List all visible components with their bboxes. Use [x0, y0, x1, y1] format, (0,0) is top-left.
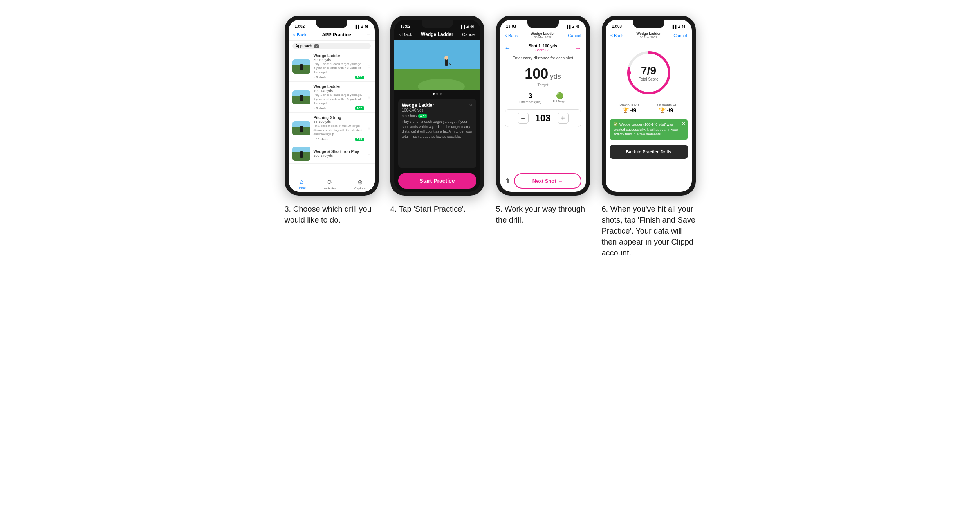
home-icon: ⌂: [300, 178, 303, 185]
nav-title-2: Wedge Ladder: [421, 32, 453, 37]
dot-1: [433, 93, 435, 95]
action-row-3: 🗑 Next Shot →: [500, 170, 586, 192]
nav-bar-3: < Back Wedge Ladder 06 Mar 2023 Cancel: [500, 30, 586, 41]
drill-item-1[interactable]: Wedge Ladder 50-100 yds Play 1 shot at e…: [289, 51, 375, 82]
star-icon-2[interactable]: ☆: [367, 95, 371, 99]
category-count-1: 7: [314, 44, 319, 48]
next-shot-button[interactable]: Next Shot →: [514, 173, 581, 189]
shots-1: ○ 9 shots: [314, 76, 327, 79]
time-4: 13:03: [612, 24, 622, 29]
star-icon-3[interactable]: ☆: [367, 126, 371, 130]
trash-button-3[interactable]: 🗑: [505, 178, 511, 185]
drill-name-1: Wedge Ladder: [314, 54, 364, 58]
target-yds-3: 100: [525, 66, 548, 82]
back-button-4[interactable]: < Back: [610, 33, 624, 38]
drill-info-1: Wedge Ladder 50-100 yds Play 1 shot at e…: [314, 54, 364, 79]
activities-icon: ⟳: [327, 178, 332, 186]
success-toast-4: ✅ 'Wedge Ladder (100-140 yds)' was creat…: [610, 119, 688, 140]
cancel-button-2[interactable]: Cancel: [462, 32, 475, 37]
svg-rect-3: [445, 59, 448, 66]
caption-2: 4. Tap 'Start Practice'.: [390, 203, 466, 214]
phone-screen-2: 13:02 ▐▐ ⊿ 46 < Back Wedge Ladder Cancel: [394, 20, 480, 192]
hit-target-icon: 🟢: [553, 92, 567, 99]
image-dots-2: [394, 90, 480, 97]
drill-desc-1: Play 1 shot at each target yardage. If y…: [314, 62, 364, 74]
bottom-nav-activities[interactable]: ⟳ Activities: [324, 178, 336, 190]
drill-detail-card-2: Wedge Ladder 100-140 yds ☆ ○ 9 shots APP…: [398, 99, 476, 168]
score-circle: 7/9 Total Score: [625, 49, 672, 96]
status-icons-3: ▐▐ ⊿ 46: [566, 25, 580, 29]
score-circle-container: 7/9 Total Score: [606, 41, 692, 100]
cancel-button-4[interactable]: Cancel: [673, 33, 687, 38]
bottom-nav-home[interactable]: ⌂ Home: [298, 178, 306, 190]
cancel-button-3[interactable]: Cancel: [568, 33, 581, 38]
nav-bar-4: < Back Wedge Ladder 06 Mar 2023 Cancel: [606, 30, 692, 41]
shot-label-3: Shot 1, 100 yds: [529, 44, 557, 48]
target-display-3: 100 yds Target: [500, 62, 586, 89]
app-badge-3: APP: [355, 138, 364, 141]
drill-detail-range-2: 100-140 yds: [402, 108, 434, 112]
golf-course-svg: [394, 40, 480, 90]
drill-meta-3: ○ 10 shots APP: [314, 138, 364, 141]
pb-value-lastmonth: 🏆 -/9: [655, 107, 678, 113]
score-main-4: 7/9: [639, 65, 658, 77]
drill-name-2: Wedge Ladder: [314, 85, 364, 89]
golf-figure-2: [300, 95, 303, 101]
drill-thumb-1: [292, 59, 310, 74]
drill-range-1: 50-100 yds: [314, 58, 364, 62]
back-button-1[interactable]: < Back: [293, 32, 307, 37]
pb-item-lastmonth: Last month PB 🏆 -/9: [655, 103, 678, 113]
toast-close-4[interactable]: ✕: [682, 121, 686, 127]
status-icons-2: ▐▐ ⊿ 46: [460, 25, 474, 29]
drill-item-3[interactable]: Pitching String 55-100 yds Hit 1 shot at…: [289, 113, 375, 144]
toast-text-4: 'Wedge Ladder (100-140 yds)' was created…: [614, 122, 678, 136]
next-arrow-3[interactable]: →: [575, 45, 581, 52]
drill-item-2[interactable]: Wedge Ladder 100-140 yds Play 1 shot at …: [289, 82, 375, 113]
pb-label-lastmonth: Last month PB: [655, 103, 678, 107]
svg-rect-0: [394, 40, 480, 69]
drill-name-3: Pitching String: [314, 115, 364, 120]
pb-item-previous: Previous PB 🏆 -/9: [619, 103, 639, 113]
drill-item-4[interactable]: Wedge & Short Iron Play 100-140 yds ☆: [289, 144, 375, 164]
bottom-nav-capture[interactable]: ⊕ Capture: [354, 178, 365, 190]
stat-difference: 3 Difference (yds): [519, 92, 541, 104]
back-button-2[interactable]: < Back: [399, 32, 412, 37]
phone-screen-4: 13:03 ▐▐ ⊿ 46 < Back Wedge Ladder 06 Mar…: [606, 20, 692, 192]
dot-2: [436, 93, 438, 95]
back-to-drills-button[interactable]: Back to Practice Drills: [610, 145, 688, 159]
stat-diff-value: 3: [519, 92, 541, 100]
drill-thumb-2: [292, 90, 310, 104]
phone-frame-2: 13:02 ▐▐ ⊿ 46 < Back Wedge Ladder Cancel: [390, 16, 484, 196]
drill-detail-desc-2: Play 1 shot at each target yardage. If y…: [402, 119, 473, 139]
shot-info-3: Shot 1, 100 yds Score 5/9: [529, 44, 557, 52]
drill-meta-2: ○ 9 shots APP: [314, 106, 364, 110]
home-label: Home: [298, 186, 306, 190]
drill-detail-name-2: Wedge Ladder: [402, 103, 434, 108]
start-practice-button[interactable]: Start Practice: [398, 173, 476, 189]
time-1: 13:02: [295, 24, 305, 29]
prev-arrow-3[interactable]: ←: [505, 45, 511, 52]
app-badge-1: APP: [355, 76, 364, 79]
shots-count-2: 9 shots: [405, 114, 417, 118]
drill-meta-1: ○ 9 shots APP: [314, 76, 364, 79]
plus-button-3[interactable]: +: [558, 113, 569, 124]
svg-point-4: [444, 56, 448, 60]
svg-point-8: [627, 71, 631, 75]
time-2: 13:02: [401, 24, 411, 29]
golf-figure-3: [300, 126, 303, 132]
star-icon-1[interactable]: ☆: [367, 64, 371, 68]
star-icon-detail-2[interactable]: ☆: [469, 103, 473, 107]
star-icon-4[interactable]: ☆: [367, 151, 371, 156]
page-container: 13:02 ▐▐ ⊿ 46 < Back APP Practice ≡ Appr…: [285, 16, 696, 258]
score-label-3: Score 5/9: [529, 48, 557, 52]
drill-desc-2: Play 1 shot at each target yardage. If y…: [314, 93, 364, 105]
drill-image-2: [394, 40, 480, 90]
caption-4: 6. When you've hit all your shots, tap '…: [602, 203, 696, 258]
back-button-3[interactable]: < Back: [505, 33, 518, 38]
minus-button-3[interactable]: −: [518, 113, 529, 124]
stat-hit-target: 🟢 Hit Target: [553, 92, 567, 104]
status-icons-4: ▐▐ ⊿ 46: [671, 25, 686, 29]
drill-list-1: Wedge Ladder 50-100 yds Play 1 shot at e…: [289, 51, 375, 175]
shots-3: ○ 10 shots: [314, 138, 328, 141]
menu-icon-1[interactable]: ≡: [366, 32, 370, 38]
